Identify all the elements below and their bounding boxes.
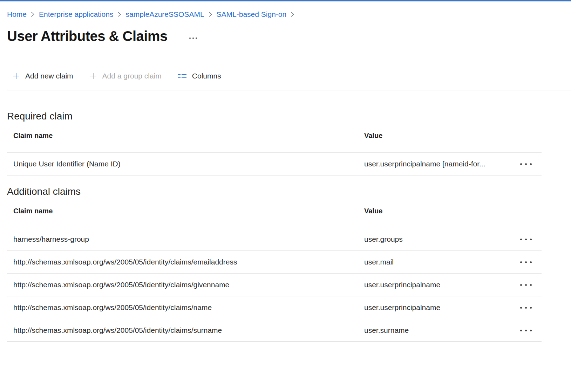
add-new-claim-label: Add new claim (25, 72, 73, 80)
breadcrumb-link[interactable]: Home (7, 9, 27, 20)
row-more-options-button[interactable] (518, 160, 534, 168)
claim-row[interactable]: http://schemas.xmlsoap.org/ws/2005/05/id… (7, 319, 542, 342)
claim-value-cell: user.userprincipalname [nameid-for... (364, 160, 485, 168)
claim-name-cell: http://schemas.xmlsoap.org/ws/2005/05/id… (7, 303, 364, 312)
table-divider (7, 342, 542, 342)
window-top-accent-bar (0, 0, 571, 1)
claim-name-cell: http://schemas.xmlsoap.org/ws/2005/05/id… (7, 281, 364, 289)
ellipsis-icon (189, 37, 191, 39)
ellipsis-icon (525, 307, 527, 309)
required-claim-heading: Required claim (7, 110, 571, 123)
row-more-options-button[interactable] (518, 281, 534, 289)
ellipsis-icon (520, 239, 522, 240)
ellipsis-icon (520, 330, 522, 331)
add-new-claim-button[interactable]: Add new claim (12, 72, 73, 80)
row-more-options-button[interactable] (518, 236, 534, 243)
add-group-claim-button[interactable]: Add a group claim (89, 72, 162, 80)
ellipsis-icon (525, 239, 527, 240)
ellipsis-icon (525, 330, 527, 331)
additional-claims-heading: Additional claims (7, 185, 571, 198)
claim-value-cell: user.userprincipalname (364, 281, 440, 289)
ellipsis-icon (530, 261, 532, 263)
additional-claims-table: Claim name Value harness/harness-group u… (7, 207, 542, 342)
breadcrumb: HomeEnterprise applicationssampleAzureSS… (7, 9, 571, 20)
value-column-header: Value (364, 132, 542, 140)
breadcrumb-link[interactable]: Enterprise applications (39, 9, 113, 20)
claim-value-cell: user.mail (364, 258, 394, 266)
claim-name-cell: http://schemas.xmlsoap.org/ws/2005/05/id… (7, 326, 364, 335)
value-column-header: Value (364, 207, 542, 215)
table-divider (7, 175, 542, 176)
table-header-row: Claim name Value (7, 132, 542, 152)
breadcrumb-link[interactable]: sampleAzureSSOSAML (125, 9, 204, 20)
ellipsis-icon (525, 163, 527, 165)
ellipsis-icon (520, 307, 522, 309)
plus-icon (89, 72, 97, 80)
ellipsis-icon (520, 163, 522, 165)
claim-row[interactable]: harness/harness-group user.groups (7, 228, 542, 250)
page-title: User Attributes & Claims (7, 28, 168, 44)
ellipsis-icon (530, 307, 532, 309)
row-more-options-button[interactable] (518, 259, 534, 266)
page-more-options-button[interactable] (188, 35, 198, 41)
claim-value-cell: user.userprincipalname (364, 303, 440, 312)
claim-name-column-header: Claim name (7, 132, 364, 140)
ellipsis-icon (520, 261, 522, 263)
required-claim-table: Claim name Value Unique User Identifier … (7, 132, 542, 176)
page-header: User Attributes & Claims (7, 28, 571, 44)
ellipsis-icon (530, 239, 532, 240)
claim-value-cell: user.groups (364, 235, 403, 243)
ellipsis-icon (525, 261, 527, 263)
breadcrumb-link[interactable]: SAML-based Sign-on (217, 9, 287, 20)
claim-name-cell: harness/harness-group (7, 235, 364, 243)
ellipsis-icon (530, 284, 532, 286)
chevron-right-icon (209, 11, 212, 18)
claim-row[interactable]: http://schemas.xmlsoap.org/ws/2005/05/id… (7, 251, 542, 273)
claim-name-cell: Unique User Identifier (Name ID) (7, 160, 364, 168)
claim-name-cell: http://schemas.xmlsoap.org/ws/2005/05/id… (7, 258, 364, 266)
columns-button[interactable]: Columns (178, 72, 221, 80)
columns-label: Columns (192, 72, 221, 80)
row-more-options-button[interactable] (518, 304, 534, 311)
toolbar-divider (7, 90, 571, 90)
claim-value-cell: user.surname (364, 326, 409, 335)
ellipsis-icon (525, 284, 527, 286)
ellipsis-icon (192, 37, 194, 39)
ellipsis-icon (530, 330, 532, 331)
chevron-right-icon (291, 11, 294, 18)
add-group-claim-label: Add a group claim (102, 72, 162, 80)
chevron-right-icon (31, 11, 35, 18)
user-attributes-claims-page: HomeEnterprise applicationssampleAzureSS… (0, 0, 571, 392)
command-bar: Add new claim Add a group claim Columns (12, 70, 571, 82)
claim-row[interactable]: http://schemas.xmlsoap.org/ws/2005/05/id… (7, 274, 542, 296)
claim-row[interactable]: Unique User Identifier (Name ID) user.us… (7, 153, 542, 175)
claim-name-column-header: Claim name (7, 207, 364, 215)
ellipsis-icon (520, 284, 522, 286)
ellipsis-icon (530, 163, 532, 165)
ellipsis-icon (196, 37, 197, 39)
table-header-row: Claim name Value (7, 207, 542, 228)
claim-row[interactable]: http://schemas.xmlsoap.org/ws/2005/05/id… (7, 296, 542, 319)
chevron-right-icon (117, 11, 121, 18)
row-more-options-button[interactable] (518, 327, 534, 334)
columns-icon (178, 73, 187, 80)
plus-icon (12, 72, 20, 80)
